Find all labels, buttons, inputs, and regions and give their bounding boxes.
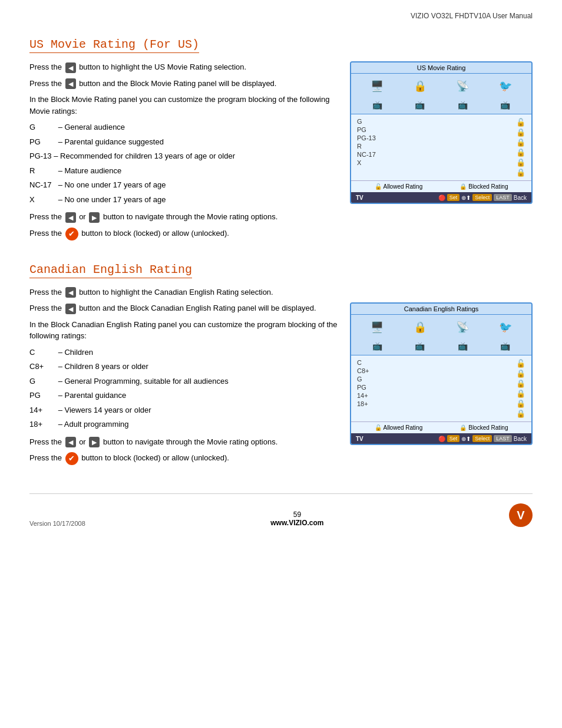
can-rating-18: 18+ – Adult programming [29, 419, 338, 430]
can-footer-icons: 🔴 Set ⊕⬆ Select LAST Back [438, 435, 527, 442]
can-nav-btn-2: ◀ [65, 304, 76, 314]
can-panel-ratings: C C8+ G PG 14+ 18+ 🔓 🔒 🔒 🔒 🔒 🔒 [351, 355, 531, 421]
us-panel-legend: 🔓 Allowed Rating 🔒 Blocked Rating [351, 180, 531, 192]
us-lock-g: 🔓 [516, 118, 525, 127]
rating-pg13: PG-13 – Recommended for children 13 year… [29, 150, 338, 162]
rating-nc17: NC-17 – No one under 17 years of age [29, 179, 338, 191]
us-para-2: Press the ◀ button and the Block Movie R… [29, 78, 338, 90]
us-panel-ratings: G PG PG-13 R NC-17 X 🔓 🔒 🔒 🔒 🔒 🔒 [351, 114, 531, 180]
can-icon-bird: 🐦 [495, 318, 516, 336]
allowed-label: Allowed Rating [384, 183, 423, 190]
us-lock-r: 🔒 [516, 148, 525, 157]
can-dpad-icon: ⊕⬆ [461, 436, 471, 442]
rating-x: X – No one under 17 years of age [29, 194, 338, 206]
us-para-3: In the Block Movie Rating panel you can … [29, 94, 338, 117]
last-btn: LAST [494, 194, 512, 201]
can-legend-allowed: 🔓 Allowed Rating [375, 424, 423, 431]
footer-version: Version 10/17/2008 [29, 520, 85, 527]
us-movie-content: Press the ◀ button to highlight the US M… [29, 61, 533, 245]
can-panel-icons-bottom: 📺 📺 📺 📺 [351, 338, 531, 355]
btn-left: ◀ [65, 212, 76, 223]
footer-center: 59 www.VIZIO.com [270, 510, 323, 527]
can-icon-tv: 🖥️ [366, 318, 388, 336]
can-sub-icon-2: 📺 [412, 340, 428, 353]
back-label: Back [514, 195, 527, 201]
us-nav-text: Press the ◀ or ▶ button to navigate thro… [29, 211, 338, 223]
us-legend-blocked: 🔒 Blocked Rating [459, 183, 508, 190]
us-rating-pg-label: PG [357, 126, 376, 133]
blocked-icon: 🔒 [459, 183, 467, 190]
select-btn: Select [472, 194, 492, 201]
us-lock-pg13: 🔒 [516, 138, 525, 147]
can-blocked-icon: 🔒 [459, 424, 467, 431]
can-vcheck-button: ✔ [65, 452, 78, 465]
can-panel-footer: TV 🔴 Set ⊕⬆ Select LAST Back [351, 433, 531, 444]
us-rating-r-label: R [357, 143, 376, 150]
us-movie-panel: US Movie Rating 🖥️ 🔒 📡 🐦 📺 📺 📺 📺 [350, 61, 533, 245]
panel-icon-bird: 🐦 [495, 77, 516, 95]
us-footer-icons: 🔴 Set ⊕⬆ Select LAST Back [438, 194, 527, 201]
allowed-icon: 🔓 [375, 183, 382, 190]
can-para-3: In the Block Canadian English Rating pan… [29, 319, 338, 342]
canadian-title: Canadian English Rating [29, 263, 192, 278]
can-allowed-icon: 🔓 [375, 424, 382, 431]
page-footer: Version 10/17/2008 59 www.VIZIO.com V [29, 493, 533, 527]
page-number: 59 [270, 510, 323, 519]
can-icon-satellite: 📡 [452, 318, 473, 336]
nav-button-2: ◀ [65, 78, 76, 89]
us-rating-x-label: X [357, 159, 376, 166]
can-lock-c: 🔓 [516, 359, 525, 368]
can-ratings-labels: C C8+ G PG 14+ 18+ [357, 359, 369, 418]
footer-website: www.VIZIO.com [270, 519, 323, 527]
canadian-section: Canadian English Rating Press the ◀ butt… [29, 263, 533, 470]
can-rating-g-label: G [357, 375, 369, 383]
us-block-text: Press the ✔ button to block (locked) or … [29, 228, 338, 241]
us-panel-icons-top: 🖥️ 🔒 📡 🐦 [351, 74, 531, 97]
can-para-2: Press the ◀ button and the Block Canadia… [29, 302, 338, 314]
can-para-1: Press the ◀ button to highlight the Cana… [29, 286, 533, 298]
can-rating-pg: PG – Parental guidance [29, 390, 338, 401]
can-nav-btn-1: ◀ [65, 287, 76, 298]
canadian-text: Press the ◀ button and the Block Canadia… [29, 302, 338, 470]
btn-right: ▶ [89, 212, 100, 223]
us-rating-pg13-label: PG-13 [357, 134, 376, 141]
us-panel-box: US Movie Rating 🖥️ 🔒 📡 🐦 📺 📺 📺 📺 [350, 61, 533, 204]
page-header: VIZIO VO32L FHDTV10A User Manual [29, 12, 533, 20]
panel-icon-tv: 🖥️ [366, 77, 388, 95]
can-legend-blocked: 🔒 Blocked Rating [459, 424, 508, 431]
can-rating-14-label: 14+ [357, 392, 369, 399]
manual-title: VIZIO VO32L FHDTV10A User Manual [411, 12, 533, 20]
us-legend-allowed: 🔓 Allowed Rating [375, 183, 423, 190]
blocked-label: Blocked Rating [468, 183, 508, 190]
can-block-text: Press the ✔ button to block (locked) or … [29, 452, 338, 465]
vcheck-button: ✔ [65, 228, 78, 241]
can-set-btn: Set [447, 435, 460, 442]
panel-sub-icon-3: 📺 [454, 98, 471, 111]
can-panel-icons-top: 🖥️ 🔒 📡 🐦 [351, 315, 531, 338]
can-last-btn: LAST [494, 435, 512, 442]
can-rating-c8-label: C8+ [357, 367, 369, 374]
us-footer-tv: TV [356, 195, 363, 201]
can-rating-g: G – General Programming, suitable for al… [29, 375, 338, 387]
panel-sub-icon-1: 📺 [369, 98, 385, 111]
us-ratings-labels: G PG PG-13 R NC-17 X [357, 118, 376, 177]
us-movie-section: US Movie Rating (For US) Press the ◀ but… [29, 38, 533, 245]
dpad-icon: ⊕⬆ [461, 195, 471, 201]
us-rating-g-label: G [357, 118, 376, 125]
vizio-logo: V [509, 503, 533, 527]
set-btn: Set [447, 194, 460, 201]
panel-sub-icon-4: 📺 [497, 98, 514, 111]
can-footer-tv: TV [356, 436, 363, 442]
us-panel-footer: TV 🔴 Set ⊕⬆ Select LAST Back [351, 192, 531, 203]
can-lock-18: 🔒 [516, 409, 525, 418]
us-movie-title: US Movie Rating (For US) [29, 38, 199, 53]
can-allowed-label: Allowed Rating [384, 424, 423, 431]
can-panel-title: Canadian English Ratings [351, 304, 531, 315]
us-lock-x: 🔒 [516, 168, 525, 177]
canadian-panel: Canadian English Ratings 🖥️ 🔒 📡 🐦 📺 📺 📺 … [350, 302, 533, 470]
can-btn-right: ▶ [89, 437, 100, 447]
can-panel-box: Canadian English Ratings 🖥️ 🔒 📡 🐦 📺 📺 📺 … [350, 302, 533, 445]
vizio-logo-small: 🔴 [438, 195, 445, 201]
can-rating-c: C – Children [29, 347, 338, 358]
us-rating-nc17-label: NC-17 [357, 151, 376, 158]
